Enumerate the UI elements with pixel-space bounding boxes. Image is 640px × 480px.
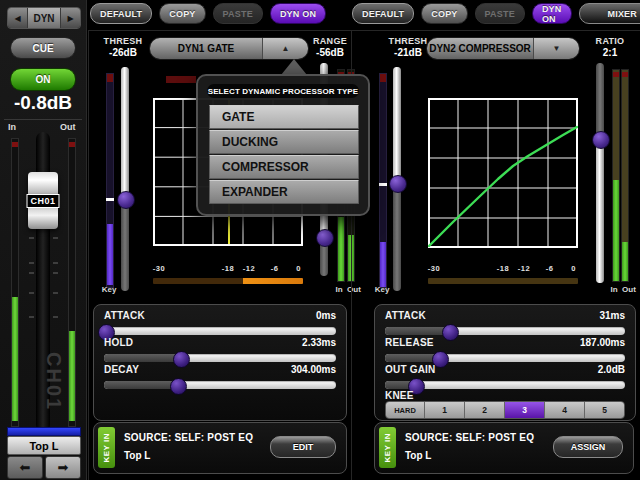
- clip-segment: [380, 74, 386, 82]
- next-channel-button[interactable]: ➡: [45, 456, 81, 479]
- popup-option-ducking[interactable]: DUCKING: [209, 130, 359, 154]
- fader-tick: [29, 262, 34, 264]
- range-slider-knob[interactable]: [316, 229, 334, 247]
- paste-button[interactable]: PASTE: [475, 3, 525, 24]
- keyin-edit-button[interactable]: EDIT: [270, 436, 336, 458]
- copy-button[interactable]: COPY: [159, 3, 205, 24]
- dyn2-params-panel: ATTACK 31ms RELEASE 187.00ms OUT GAIN 2.…: [374, 304, 636, 421]
- channel-out-meter: [68, 138, 76, 427]
- out-meter-label: Out: [60, 122, 76, 132]
- popup-option-gate[interactable]: GATE: [209, 105, 359, 129]
- dyn-on-button[interactable]: DYN ON: [270, 3, 326, 24]
- keyin-assign-button[interactable]: ASSIGN: [553, 436, 623, 458]
- in-meter-label: In: [8, 122, 16, 132]
- slider-fill: [393, 67, 401, 183]
- meter-fill: [380, 242, 386, 287]
- knee-option-hard[interactable]: HARD: [386, 402, 424, 418]
- scale-tick-label: -18: [222, 264, 234, 273]
- meter-fill: [107, 224, 113, 285]
- keyin-channel-text: Top L: [405, 450, 431, 461]
- param-value: 187.00ms: [580, 337, 625, 348]
- slider-track: [104, 327, 336, 335]
- compressor-transfer-curve: [429, 127, 577, 246]
- thresh-slider-knob[interactable]: [389, 175, 407, 193]
- scale-tick-label: -6: [271, 264, 279, 273]
- spinner-left-icon[interactable]: ◀: [8, 8, 27, 28]
- slider-fill: [104, 381, 178, 389]
- copy-button[interactable]: COPY: [421, 3, 467, 24]
- scale-tick-label: -30: [428, 264, 440, 273]
- param-value: 304.00ms: [291, 364, 336, 375]
- knee-selector: HARD 1 2 3 4 5: [385, 401, 625, 419]
- knee-option-4[interactable]: 4: [544, 402, 584, 418]
- popup-option-expander[interactable]: EXPANDER: [209, 180, 359, 204]
- left-arrow-icon: ⬅: [20, 460, 31, 475]
- scale-tick-label: -12: [243, 264, 255, 273]
- meter-over-segment: [166, 76, 196, 83]
- fader-tick: [53, 237, 58, 239]
- gain-reduction-meter: [153, 278, 303, 284]
- ratio-slider-knob[interactable]: [592, 131, 610, 149]
- param-label: ATTACK: [104, 310, 145, 321]
- keyin-tab: KEY IN: [379, 427, 396, 468]
- knee-option-2[interactable]: 2: [464, 402, 504, 418]
- scale-tick-label: -6: [546, 264, 554, 273]
- knee-option-5[interactable]: 5: [584, 402, 624, 418]
- param-value: 31ms: [599, 310, 625, 321]
- cue-button[interactable]: CUE: [10, 37, 76, 59]
- thresh-slider-knob[interactable]: [117, 191, 135, 209]
- dyn2-section: THRESH -21dB DYN2 COMPRESSOR ▼ RATIO 2:1…: [351, 30, 640, 480]
- slider-knob[interactable]: [442, 324, 459, 341]
- db-scale: -30 -18 -12 -6 0: [153, 264, 303, 274]
- fader-tick: [53, 272, 58, 274]
- slider-knob[interactable]: [170, 378, 187, 395]
- fader-cap[interactable]: CH01: [28, 172, 58, 229]
- key-meter: [106, 73, 114, 288]
- right-arrow-icon: ➡: [58, 460, 69, 475]
- paste-button[interactable]: PASTE: [213, 3, 263, 24]
- decay-slider[interactable]: [104, 379, 336, 392]
- slider-fill: [104, 354, 181, 362]
- chevron-down-icon[interactable]: ▼: [533, 38, 579, 59]
- param-label: HOLD: [104, 337, 133, 348]
- slider-fill: [385, 327, 450, 335]
- dyn1-type-dropdown[interactable]: DYN1 GATE ▲: [149, 37, 309, 60]
- dyn2-type-dropdown[interactable]: DYN2 COMPRESSOR ▼: [426, 37, 580, 60]
- popup-option-compressor[interactable]: COMPRESSOR: [209, 155, 359, 179]
- slider-knob[interactable]: [173, 351, 190, 368]
- previous-channel-button[interactable]: ⬅: [7, 456, 43, 479]
- dyn1-toolbar: DEFAULT COPY PASTE DYN ON: [90, 3, 326, 24]
- scale-tick-label: -12: [518, 264, 530, 273]
- param-label: RELEASE: [385, 337, 434, 348]
- meter-fill: [69, 331, 75, 421]
- thresh-slider[interactable]: [121, 67, 129, 291]
- popup-title: SELECT DYNAMIC PROCESSOR TYPE: [207, 84, 359, 98]
- thresh-value: -26dB: [97, 47, 149, 58]
- knee-option-1[interactable]: 1: [424, 402, 464, 418]
- popup-pointer: [281, 59, 307, 75]
- clip-segment: [622, 72, 628, 77]
- knee-option-3[interactable]: 3: [504, 402, 544, 418]
- default-button[interactable]: DEFAULT: [352, 3, 414, 24]
- keyin-source-text: SOURCE: SELF: POST EQ: [405, 432, 534, 443]
- on-button[interactable]: ON: [10, 68, 76, 91]
- fader-gain-value: -0.8dB: [0, 92, 86, 114]
- chevron-up-icon[interactable]: ▲: [262, 38, 308, 59]
- mixer-button[interactable]: MIXER: [579, 3, 640, 24]
- dyn1-type-label: DYN1 GATE: [150, 38, 262, 59]
- dyn-on-button[interactable]: DYN ON: [532, 3, 572, 24]
- fader-tick: [29, 237, 34, 239]
- fader-tick: [29, 316, 34, 318]
- ratio-slider[interactable]: [596, 63, 604, 283]
- dyn2-in-meter: [612, 69, 620, 282]
- thresh-slider[interactable]: [393, 67, 401, 291]
- param-label: ATTACK: [385, 310, 426, 321]
- scale-tick-label: -18: [497, 264, 509, 273]
- scale-tick-label: 0: [296, 264, 301, 273]
- default-button[interactable]: DEFAULT: [90, 3, 152, 24]
- ratio-value: 2:1: [590, 47, 630, 58]
- out-gain-slider[interactable]: [385, 379, 625, 392]
- page-spinner[interactable]: ◀ DYN ▶: [7, 7, 81, 29]
- ratio-label: RATIO: [590, 36, 630, 46]
- spinner-right-icon[interactable]: ▶: [61, 8, 80, 28]
